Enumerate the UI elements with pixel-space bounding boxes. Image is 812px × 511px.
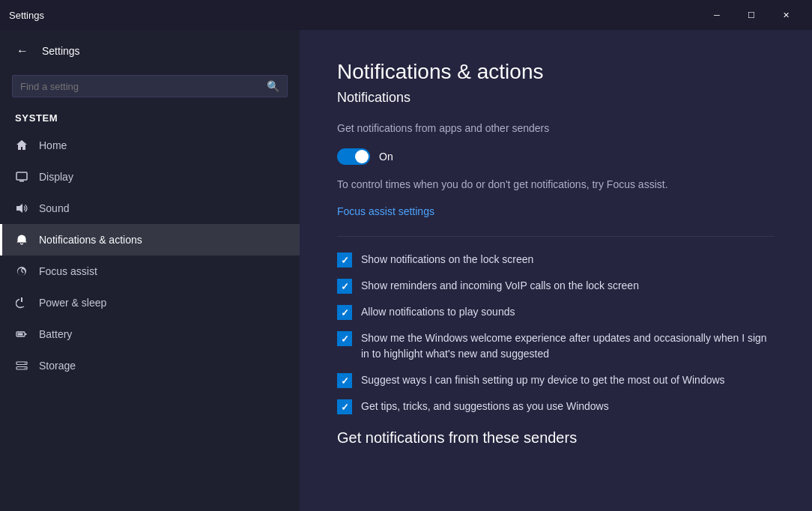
battery-icon (15, 327, 28, 341)
nav-items-list: Home Display Sound Notifications & actio… (0, 130, 300, 381)
checkbox-label-lock-screen: Show notifications on the lock screen (361, 252, 533, 267)
sidebar-header: ← Settings (0, 30, 300, 72)
close-button[interactable]: ✕ (769, 3, 803, 27)
svg-point-9 (25, 367, 26, 369)
sidebar-item-focus[interactable]: Focus assist (0, 256, 300, 287)
svg-rect-1 (19, 181, 24, 182)
sidebar-item-storage[interactable]: Storage (0, 350, 300, 381)
checkbox-row-lock-screen: ✓ Show notifications on the lock screen (337, 252, 775, 267)
storage-icon (15, 359, 28, 372)
focus-icon (15, 264, 28, 278)
app-body: ← Settings 🔍 System Home Display Sound (0, 30, 812, 511)
system-section-label: System (0, 106, 300, 130)
window-controls: ─ ☐ ✕ (700, 3, 803, 27)
sidebar-item-label-focus: Focus assist (39, 265, 97, 277)
checkbox-row-tips: ✓ Get tips, tricks, and suggestions as y… (337, 399, 775, 414)
svg-marker-2 (16, 204, 22, 213)
checkbox-row-reminders: ✓ Show reminders and incoming VoIP calls… (337, 278, 775, 294)
search-box[interactable]: 🔍 (12, 75, 288, 97)
sidebar-item-label-power: Power & sleep (39, 297, 106, 309)
maximize-button[interactable]: ☐ (734, 3, 769, 27)
checkbox-sounds[interactable]: ✓ (337, 305, 352, 320)
checkbox-row-welcome: ✓ Show me the Windows welcome experience… (337, 330, 775, 362)
svg-rect-4 (25, 333, 27, 335)
display-icon (15, 170, 28, 184)
checkbox-row-sounds: ✓ Allow notifications to play sounds (337, 304, 775, 320)
minimize-button[interactable]: ─ (700, 3, 734, 27)
focus-assist-link[interactable]: Focus assist settings (337, 205, 434, 217)
checkmark-icon-tips: ✓ (341, 402, 349, 413)
search-input[interactable] (20, 81, 261, 92)
power-icon (15, 296, 28, 309)
checkbox-reminders[interactable]: ✓ (337, 279, 352, 294)
focus-assist-row: To control times when you do or don't ge… (337, 177, 775, 218)
bottom-section-title: Get notifications from these senders (337, 429, 775, 447)
sidebar-item-label-display: Display (39, 171, 73, 183)
checkbox-lock-screen[interactable]: ✓ (337, 253, 352, 267)
home-icon (15, 139, 28, 152)
sidebar-item-power[interactable]: Power & sleep (0, 287, 300, 318)
checkboxes-container: ✓ Show notifications on the lock screen … (337, 252, 775, 414)
toggle-state-label: On (379, 151, 393, 163)
sidebar-item-label-battery: Battery (39, 328, 72, 340)
checkmark-icon-lock-screen: ✓ (341, 255, 349, 266)
sidebar-item-sound[interactable]: Sound (0, 193, 300, 224)
checkbox-label-suggest: Suggest ways I can finish setting up my … (361, 372, 725, 388)
sidebar-item-label-storage: Storage (39, 360, 76, 372)
sidebar-item-battery[interactable]: Battery (0, 318, 300, 350)
sidebar: ← Settings 🔍 System Home Display Sound (0, 30, 300, 511)
section-title: Notifications (337, 90, 775, 106)
sidebar-item-home[interactable]: Home (0, 130, 300, 161)
search-icon: 🔍 (267, 80, 279, 92)
notifications-toggle[interactable] (337, 148, 370, 165)
checkbox-suggest[interactable]: ✓ (337, 373, 352, 388)
sidebar-item-label-sound: Sound (39, 202, 69, 214)
checkbox-label-reminders: Show reminders and incoming VoIP calls o… (361, 278, 639, 294)
back-button[interactable]: ← (12, 40, 33, 61)
checkmark-icon-suggest: ✓ (341, 375, 349, 387)
checkmark-icon-sounds: ✓ (341, 307, 349, 318)
checkbox-tips[interactable]: ✓ (337, 399, 352, 414)
svg-point-8 (25, 363, 26, 364)
checkbox-welcome[interactable]: ✓ (337, 331, 352, 346)
sidebar-app-title: Settings (42, 45, 80, 57)
notifications-description: Get notifications from apps and other se… (337, 121, 775, 136)
focus-assist-description: To control times when you do or don't ge… (337, 177, 775, 193)
notifications-icon (15, 233, 28, 247)
app-title: Settings (9, 10, 700, 21)
sidebar-item-display[interactable]: Display (0, 161, 300, 193)
notifications-toggle-row: On (337, 148, 775, 165)
sidebar-item-label-notifications: Notifications & actions (39, 234, 142, 246)
toggle-knob (355, 150, 369, 163)
svg-rect-5 (18, 333, 23, 336)
checkbox-label-welcome: Show me the Windows welcome experience a… (361, 330, 775, 362)
checkbox-label-tips: Get tips, tricks, and suggestions as you… (361, 399, 609, 414)
checkbox-label-sounds: Allow notifications to play sounds (361, 304, 515, 320)
checkmark-icon-reminders: ✓ (341, 281, 349, 292)
sound-icon (15, 202, 28, 215)
title-bar: Settings ─ ☐ ✕ (0, 0, 812, 30)
page-title: Notifications & actions (337, 60, 775, 84)
sidebar-item-notifications[interactable]: Notifications & actions (0, 224, 300, 256)
checkmark-icon-welcome: ✓ (341, 333, 349, 345)
sidebar-item-label-home: Home (39, 139, 67, 151)
divider (337, 236, 775, 237)
checkbox-row-suggest: ✓ Suggest ways I can finish setting up m… (337, 372, 775, 388)
main-content: Notifications & actions Notifications Ge… (300, 30, 812, 511)
svg-rect-0 (16, 172, 27, 180)
back-icon: ← (16, 44, 28, 58)
